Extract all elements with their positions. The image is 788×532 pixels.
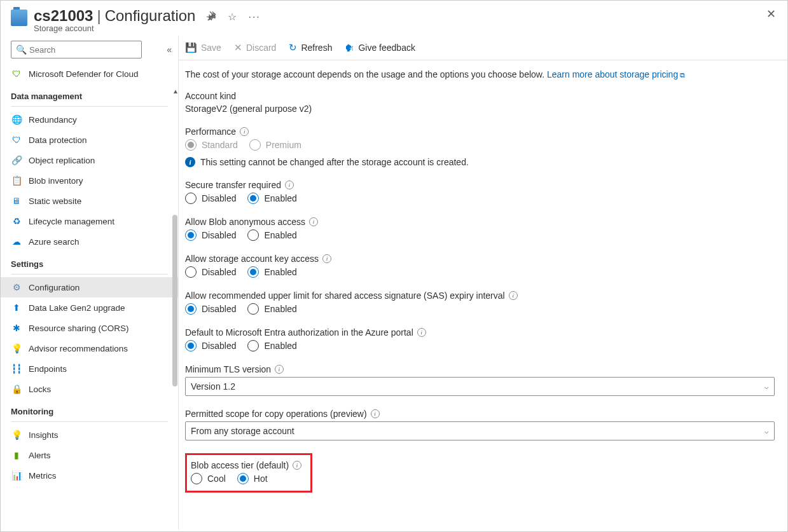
close-icon[interactable]: ✕ — [766, 7, 776, 21]
nav-item-configuration[interactable]: ⚙Configuration — [1, 277, 178, 297]
collapse-sidebar-icon[interactable]: « — [167, 44, 172, 55]
info-icon[interactable]: i — [293, 461, 301, 470]
nav-label: Configuration — [29, 283, 79, 292]
secure-transfer-label: Secure transfer required — [185, 180, 281, 190]
globe-icon: 🌐 — [11, 114, 22, 125]
radio-performance-standard: Standard — [185, 139, 238, 151]
nav-label: Microsoft Defender for Cloud — [29, 69, 139, 79]
nav-label: Locks — [29, 385, 51, 394]
nav-label: Data Lake Gen2 upgrade — [29, 303, 125, 313]
nav-label: Data protection — [29, 135, 87, 145]
external-link-icon: ⧉ — [680, 71, 685, 79]
nav-item-defender[interactable]: 🛡 Microsoft Defender for Cloud — [1, 64, 178, 84]
tls-label: Minimum TLS version — [185, 364, 271, 374]
nav-label: Resource sharing (CORS) — [29, 324, 129, 333]
info-icon[interactable]: i — [371, 409, 380, 418]
radio-blob-tier-cool[interactable]: Cool — [191, 473, 226, 484]
feedback-icon: 🗣 — [345, 43, 354, 53]
radio-sas-expiry-disabled[interactable]: Disabled — [185, 303, 236, 315]
info-icon[interactable]: i — [322, 254, 331, 263]
info-icon[interactable]: i — [240, 127, 249, 136]
sas-expiry-label: Allow recommended upper limit for shared… — [185, 290, 505, 301]
save-button: 💾Save — [185, 42, 221, 53]
shield-icon: 🛡 — [11, 134, 22, 146]
nav-label: Redundancy — [29, 115, 77, 125]
cors-icon: ✱ — [11, 322, 22, 334]
replication-icon: 🔗 — [11, 154, 22, 166]
more-icon[interactable]: ··· — [248, 11, 260, 23]
discard-icon: ✕ — [234, 42, 242, 53]
account-kind-value: StorageV2 (general purpose v2) — [185, 104, 775, 114]
nav-item-azure-search[interactable]: ☁Azure search — [1, 231, 178, 252]
info-icon[interactable]: i — [285, 181, 294, 189]
alerts-icon: ▮ — [11, 449, 22, 461]
search-icon: 🔍 — [16, 44, 27, 55]
nav-item-lifecycle[interactable]: ♻Lifecycle management — [1, 211, 178, 231]
radio-anon-access-disabled[interactable]: Disabled — [185, 229, 236, 241]
nav-item-object-replication[interactable]: 🔗Object replication — [1, 150, 178, 170]
info-icon[interactable]: i — [509, 291, 518, 300]
radio-key-access-disabled[interactable]: Disabled — [185, 266, 236, 278]
info-badge-icon: i — [185, 157, 195, 167]
tls-version-select[interactable]: Version 1.2⌵ — [185, 377, 775, 396]
lock-icon: 🔒 — [11, 383, 22, 395]
insights-icon: 💡 — [11, 429, 22, 440]
nav-item-datalake-upgrade[interactable]: ⬆Data Lake Gen2 upgrade — [1, 297, 178, 318]
radio-blob-tier-hot[interactable]: Hot — [237, 473, 268, 484]
metrics-icon: 📊 — [11, 470, 22, 481]
nav-item-blob-inventory[interactable]: 📋Blob inventory — [1, 170, 178, 191]
sidebar: 🔍 « ▲ 🛡 Microsoft Defender for Cloud Dat… — [1, 36, 179, 529]
favorite-icon[interactable]: ☆ — [228, 11, 237, 23]
radio-secure-transfer-disabled[interactable]: Disabled — [185, 193, 236, 204]
blade-header: cs21003 | Configuration Storage account … — [1, 1, 787, 36]
radio-sas-expiry-enabled[interactable]: Enabled — [247, 303, 296, 315]
nav-item-alerts[interactable]: ▮Alerts — [1, 445, 178, 465]
learn-more-link[interactable]: Learn more about storage pricing⧉ — [547, 69, 685, 79]
chevron-down-icon: ⌵ — [764, 427, 769, 435]
info-icon[interactable]: i — [309, 217, 318, 226]
description-text: The cost of your storage account depends… — [185, 69, 775, 79]
chevron-down-icon: ⌵ — [764, 383, 769, 391]
entra-auth-label: Default to Microsoft Entra authorization… — [185, 327, 413, 338]
radio-key-access-enabled[interactable]: Enabled — [247, 266, 296, 278]
nav-item-static-website[interactable]: 🖥Static website — [1, 191, 178, 211]
info-icon[interactable]: i — [275, 365, 284, 374]
nav-item-insights[interactable]: 💡Insights — [1, 425, 178, 445]
refresh-icon: ↻ — [289, 42, 297, 53]
nav-item-cors[interactable]: ✱Resource sharing (CORS) — [1, 318, 178, 338]
radio-performance-premium: Premium — [249, 139, 301, 151]
copy-scope-select[interactable]: From any storage account⌵ — [185, 421, 775, 440]
key-access-label: Allow storage account key access — [185, 254, 319, 264]
nav-item-endpoints[interactable]: ┇┇Endpoints — [1, 358, 178, 379]
info-icon[interactable]: i — [417, 328, 426, 337]
pin-icon[interactable] — [207, 11, 216, 23]
blob-tier-highlight: Blob access tier (default)i Cool Hot — [185, 453, 312, 493]
radio-entra-disabled[interactable]: Disabled — [185, 340, 236, 351]
lifecycle-icon: ♻ — [11, 215, 22, 227]
radio-secure-transfer-enabled[interactable]: Enabled — [247, 193, 296, 204]
blade-name: Configuration — [105, 7, 196, 25]
account-kind-label: Account kind — [185, 91, 775, 101]
scrollbar-thumb[interactable] — [172, 215, 177, 386]
feedback-button[interactable]: 🗣Give feedback — [345, 43, 415, 53]
copy-scope-label: Permitted scope for copy operations (pre… — [185, 409, 367, 419]
nav-item-data-protection[interactable]: 🛡Data protection — [1, 130, 178, 150]
nav-label: Endpoints — [29, 364, 67, 374]
radio-anon-access-enabled[interactable]: Enabled — [247, 229, 296, 241]
blob-tier-label: Blob access tier (default) — [191, 460, 289, 470]
page-title: cs21003 | Configuration — [34, 7, 195, 25]
nav-label: Lifecycle management — [29, 217, 114, 226]
nav-item-metrics[interactable]: 📊Metrics — [1, 465, 178, 486]
nav-label: Azure search — [29, 237, 79, 247]
nav-item-advisor[interactable]: 💡Advisor recommendations — [1, 338, 178, 358]
nav-label: Static website — [29, 196, 81, 206]
radio-entra-enabled[interactable]: Enabled — [247, 340, 296, 351]
nav-label: Blob inventory — [29, 176, 83, 186]
nav-item-redundancy[interactable]: 🌐Redundancy — [1, 109, 178, 130]
refresh-button[interactable]: ↻Refresh — [289, 42, 332, 53]
upgrade-icon: ⬆ — [11, 302, 22, 313]
resource-name: cs21003 — [34, 7, 93, 25]
search-input[interactable] — [11, 41, 142, 58]
section-monitoring: Monitoring — [1, 399, 178, 420]
nav-item-locks[interactable]: 🔒Locks — [1, 379, 178, 399]
